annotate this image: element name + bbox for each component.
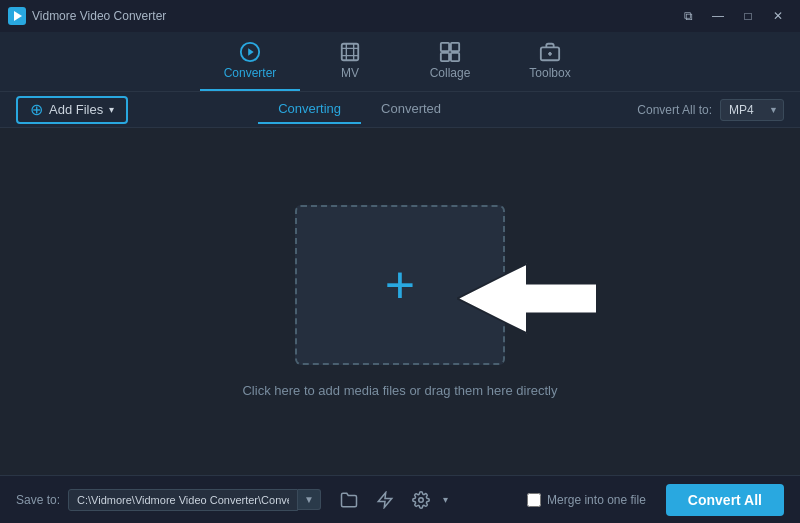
bottom-tools: ▾	[335, 486, 448, 514]
merge-checkbox[interactable]	[527, 493, 541, 507]
svg-marker-13	[378, 492, 392, 507]
open-folder-button[interactable]	[335, 486, 363, 514]
minimize-button[interactable]: —	[704, 5, 732, 27]
add-files-plus-icon: ⊕	[30, 102, 43, 118]
svg-rect-8	[451, 52, 459, 60]
path-input-wrapper: ▼	[68, 489, 321, 511]
bottom-bar: Save to: ▼ ▾ Merge into one file	[0, 475, 800, 523]
svg-marker-12	[457, 263, 597, 333]
format-select[interactable]: MP4 MKV AVI MOV WMV FLV	[720, 99, 784, 121]
merge-checkbox-area: Merge into one file	[527, 493, 646, 507]
sub-tab-converted[interactable]: Converted	[361, 95, 461, 124]
title-bar: Vidmore Video Converter ⧉ — □ ✕	[0, 0, 800, 32]
convert-all-button[interactable]: Convert All	[666, 484, 784, 516]
drop-plus-icon: +	[385, 259, 415, 311]
svg-rect-4	[342, 43, 359, 60]
sub-tab-converting[interactable]: Converting	[258, 95, 361, 124]
tab-converter[interactable]: Converter	[200, 35, 300, 91]
svg-point-14	[419, 497, 424, 502]
tab-mv[interactable]: MV	[300, 35, 400, 91]
save-to-label: Save to:	[16, 493, 60, 507]
settings-button[interactable]	[407, 486, 435, 514]
app-title: Vidmore Video Converter	[32, 9, 674, 23]
window-controls: ⧉ — □ ✕	[674, 5, 792, 27]
svg-rect-5	[441, 42, 449, 50]
snap-button[interactable]: ⧉	[674, 5, 702, 27]
format-select-wrapper: MP4 MKV AVI MOV WMV FLV	[720, 99, 784, 121]
merge-label[interactable]: Merge into one file	[547, 493, 646, 507]
app-icon	[8, 7, 26, 25]
svg-rect-7	[441, 52, 449, 60]
convert-all-to-label: Convert All to:	[637, 103, 712, 117]
drop-zone-area: + Click here to add media files or drag …	[242, 205, 557, 398]
arrow-icon	[457, 263, 597, 333]
close-button[interactable]: ✕	[764, 5, 792, 27]
save-path-input[interactable]	[68, 489, 298, 511]
hardware-acceleration-button[interactable]	[371, 486, 399, 514]
svg-rect-6	[451, 42, 459, 50]
tab-bar: Converter MV Collage Toolbox	[0, 32, 800, 92]
add-files-button[interactable]: ⊕ Add Files ▾	[16, 96, 128, 124]
sub-tabs: Converting Converted	[258, 95, 461, 124]
convert-all-to: Convert All to: MP4 MKV AVI MOV WMV FLV	[637, 99, 784, 121]
drop-hint: Click here to add media files or drag th…	[242, 383, 557, 398]
sub-tab-bar: ⊕ Add Files ▾ Converting Converted Conve…	[0, 92, 800, 128]
tab-toolbox[interactable]: Toolbox	[500, 35, 600, 91]
maximize-button[interactable]: □	[734, 5, 762, 27]
main-content: + Click here to add media files or drag …	[0, 128, 800, 475]
svg-marker-3	[248, 48, 254, 55]
settings-dropdown-arrow[interactable]: ▾	[443, 494, 448, 505]
tab-collage[interactable]: Collage	[400, 35, 500, 91]
save-path-dropdown-button[interactable]: ▼	[298, 489, 321, 510]
add-files-dropdown-arrow: ▾	[109, 104, 114, 115]
